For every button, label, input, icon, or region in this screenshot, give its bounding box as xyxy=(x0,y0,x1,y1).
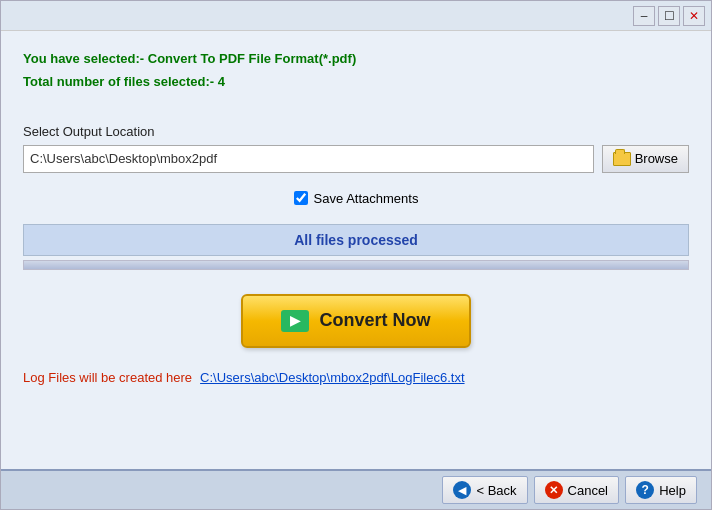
back-label: < Back xyxy=(476,483,516,498)
convert-now-button[interactable]: Convert Now xyxy=(241,294,471,348)
app-window: – ☐ ✕ You have selected:- Convert To PDF… xyxy=(0,0,712,510)
browse-button[interactable]: Browse xyxy=(602,145,689,173)
output-row: Browse xyxy=(23,145,689,173)
output-path-input[interactable] xyxy=(23,145,594,173)
help-icon: ? xyxy=(636,481,654,499)
titlebar: – ☐ ✕ xyxy=(1,1,711,31)
help-label: Help xyxy=(659,483,686,498)
output-section: Select Output Location Browse xyxy=(23,124,689,173)
convert-icon xyxy=(281,310,309,332)
save-attachments-checkbox[interactable] xyxy=(294,191,308,205)
help-button[interactable]: ? Help xyxy=(625,476,697,504)
back-icon: ◀ xyxy=(453,481,471,499)
close-button[interactable]: ✕ xyxy=(683,6,705,26)
output-label: Select Output Location xyxy=(23,124,689,139)
progress-status: All files processed xyxy=(23,224,689,256)
save-attachments-label: Save Attachments xyxy=(314,191,419,206)
footer: ◀ < Back ✕ Cancel ? Help xyxy=(1,469,711,509)
progress-section: All files processed xyxy=(23,224,689,270)
browse-label: Browse xyxy=(635,151,678,166)
progress-bar-fill xyxy=(24,261,688,269)
maximize-button[interactable]: ☐ xyxy=(658,6,680,26)
main-content: You have selected:- Convert To PDF File … xyxy=(1,31,711,469)
minimize-button[interactable]: – xyxy=(633,6,655,26)
log-link[interactable]: C:\Users\abc\Desktop\mbox2pdf\LogFilec6.… xyxy=(200,370,464,385)
file-count-text: Total number of files selected:- 4 xyxy=(23,70,689,93)
cancel-icon: ✕ xyxy=(545,481,563,499)
selected-format-text: You have selected:- Convert To PDF File … xyxy=(23,47,689,70)
convert-button-label: Convert Now xyxy=(319,310,430,331)
log-section: Log Files will be created here C:\Users\… xyxy=(23,370,689,395)
back-button[interactable]: ◀ < Back xyxy=(442,476,527,504)
folder-icon xyxy=(613,152,631,166)
cancel-label: Cancel xyxy=(568,483,608,498)
info-section: You have selected:- Convert To PDF File … xyxy=(23,47,689,94)
progress-bar-wrap xyxy=(23,260,689,270)
cancel-button[interactable]: ✕ Cancel xyxy=(534,476,619,504)
log-label: Log Files will be created here xyxy=(23,370,192,385)
convert-section: Convert Now xyxy=(23,294,689,348)
attachments-row: Save Attachments xyxy=(23,191,689,206)
